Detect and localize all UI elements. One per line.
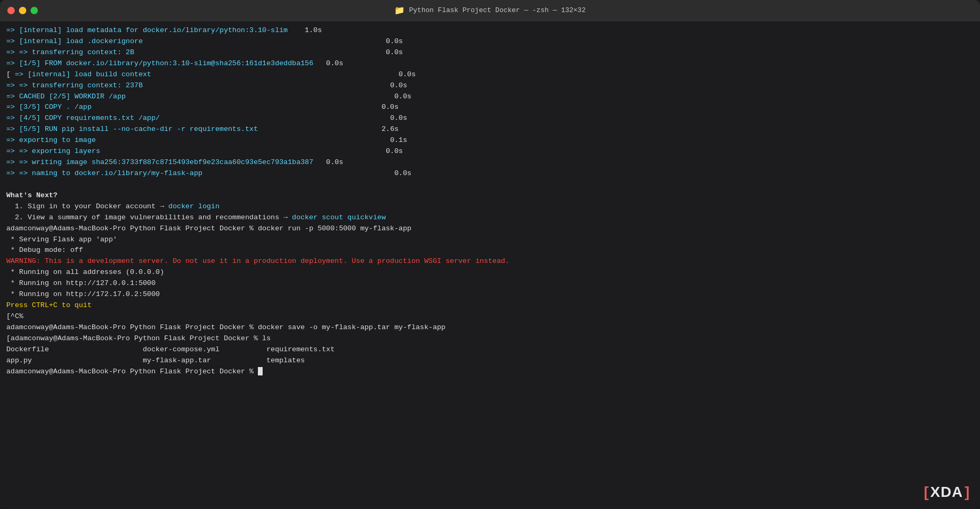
output-line: app.py my-flask-app.tar templates	[6, 355, 974, 367]
output-line: => => writing image sha256:3733f887c8715…	[6, 157, 974, 168]
traffic-lights	[7, 7, 38, 14]
output-line: => [1/5] FROM docker.io/library/python:3…	[6, 58, 974, 69]
output-line: Press CTRL+C to quit	[6, 300, 974, 311]
output-line: * Running on http://127.0.0.1:5000	[6, 278, 974, 289]
output-line: adamconway@Adams-MacBook-Pro Python Flas…	[6, 322, 974, 333]
output-line: * Running on http://172.17.0.2:5000	[6, 289, 974, 300]
output-line: * Running on all addresses (0.0.0.0)	[6, 267, 974, 278]
xda-text: XDA	[931, 485, 963, 500]
terminal-cursor	[258, 367, 263, 375]
title-text: Python Flask Project Docker — -zsh — 132…	[409, 6, 585, 14]
output-line: => CACHED [2/5] WORKDIR /app 0.0s	[6, 91, 974, 103]
output-line: What's Next?	[6, 190, 974, 201]
output-line: => [internal] load .dockerignore 0.0s	[6, 36, 974, 47]
output-line: => [5/5] RUN pip install --no-cache-dir …	[6, 124, 974, 135]
output-line: 2. View a summary of image vulnerabiliti…	[6, 212, 974, 223]
output-line: Dockerfile docker-compose.yml requiremen…	[6, 344, 974, 355]
terminal-body[interactable]: => [internal] load metadata for docker.i…	[0, 21, 980, 509]
output-line: => [3/5] COPY . /app 0.0s	[6, 102, 974, 113]
output-line: => => naming to docker.io/library/my-fla…	[6, 168, 974, 179]
output-line: * Serving Flask app 'app'	[6, 235, 974, 246]
close-button[interactable]	[7, 7, 15, 14]
maximize-button[interactable]	[31, 7, 38, 14]
window-title: 📁 Python Flask Project Docker — -zsh — 1…	[394, 5, 585, 16]
output-line	[6, 179, 974, 190]
output-line: => => transferring context: 237B 0.0s	[6, 80, 974, 91]
output-line: [ => [internal] load build context 0.0s	[6, 69, 974, 80]
output-line: => [internal] load metadata for docker.i…	[6, 25, 974, 36]
output-line: => => exporting layers 0.0s	[6, 146, 974, 157]
output-line: => exporting to image 0.1s	[6, 135, 974, 146]
output-line: [^C%	[6, 311, 974, 322]
titlebar: 📁 Python Flask Project Docker — -zsh — 1…	[0, 0, 980, 21]
prompt-line: adamconway@Adams-MacBook-Pro Python Flas…	[6, 367, 974, 378]
output-line: => [4/5] COPY requirements.txt /app/ 0.0…	[6, 113, 974, 124]
terminal-window: 📁 Python Flask Project Docker — -zsh — 1…	[0, 0, 980, 509]
output-line: 1. Sign in to your Docker account → dock…	[6, 201, 974, 212]
warning-line: WARNING: This is a development server. D…	[6, 256, 974, 267]
output-line: adamconway@Adams-MacBook-Pro Python Flas…	[6, 223, 974, 235]
xda-logo: [ XDA ]	[924, 485, 969, 500]
output-line: * Debug mode: off	[6, 245, 974, 256]
output-line: [adamconway@Adams-MacBook-Pro Python Fla…	[6, 333, 974, 344]
minimize-button[interactable]	[19, 7, 26, 14]
xda-bracket-right: ]	[965, 485, 969, 500]
xda-bracket-left: [	[924, 485, 928, 500]
output-line: => => transferring context: 2B 0.0s	[6, 47, 974, 58]
folder-icon: 📁	[394, 5, 405, 16]
